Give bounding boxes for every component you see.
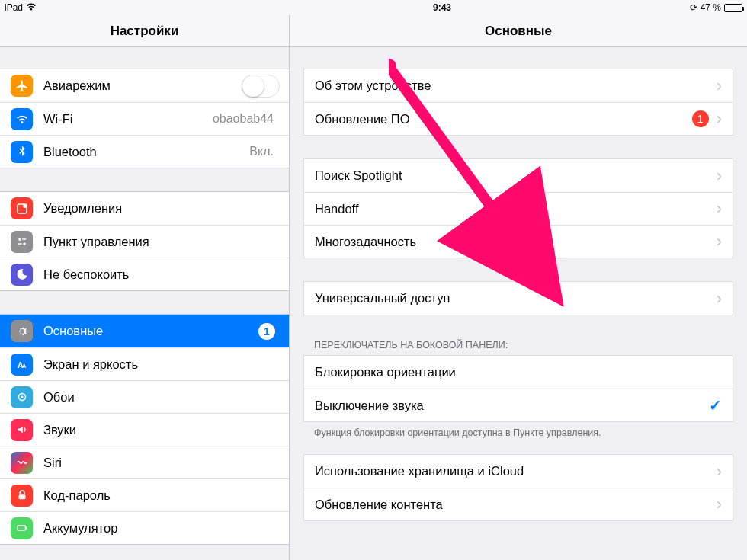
svg-point-2 [18,238,21,241]
battery-icon [11,517,33,539]
wifi-icon [26,2,37,13]
orientation-lock-icon: ⟳ [690,2,697,13]
svg-point-1 [23,203,27,207]
chevron-right-icon: › [717,166,722,186]
side-switch-header: ПЕРЕКЛЮЧАТЕЛЬ НА БОКОВОЙ ПАНЕЛИ: [303,335,733,355]
wifi-icon [11,108,33,130]
sidebar-item-dnd[interactable]: Не беспокоить [0,258,289,290]
side-switch-footer: Функция блокировки ориентации доступна в… [303,422,733,443]
sidebar-item-control-center[interactable]: Пункт управления [0,225,289,258]
chevron-right-icon: › [717,109,722,129]
chevron-right-icon: › [717,232,722,251]
clock: 9:43 [294,2,590,13]
chevron-right-icon: › [717,76,722,96]
row-accessibility[interactable]: Универсальный доступ › [304,282,733,315]
sidebar-item-sounds[interactable]: Звуки [0,413,289,446]
sidebar-item-siri[interactable]: Siri [0,446,289,478]
sidebar-item-general[interactable]: Основные 1 [0,315,289,347]
sidebar-title: Настройки [111,24,179,39]
settings-sidebar[interactable]: Авиарежим Wi-Fi obaobab44 Bluetooth Вкл.… [0,47,290,560]
row-software-update[interactable]: Обновление ПО 1 › [304,102,733,135]
sounds-icon [11,419,33,441]
row-background-refresh[interactable]: Обновление контента › [304,488,733,520]
svg-point-4 [23,242,26,245]
sidebar-item-notifications[interactable]: Уведомления [0,192,289,225]
svg-rect-10 [18,494,25,499]
bluetooth-icon [11,141,33,163]
bluetooth-value: Вкл. [249,145,274,158]
general-badge: 1 [258,323,275,340]
moon-icon [11,264,33,286]
siri-icon [11,452,33,474]
lock-icon [11,485,33,507]
battery-percent: 47 % [701,2,721,13]
sidebar-item-wallpaper[interactable]: Обои [0,380,289,413]
svg-rect-5 [18,243,21,245]
sidebar-group-connectivity: Авиарежим Wi-Fi obaobab44 Bluetooth Вкл. [0,69,289,168]
svg-rect-11 [18,526,26,530]
battery-icon [724,4,742,12]
row-lock-rotation[interactable]: Блокировка ориентации [304,356,733,389]
chevron-right-icon: › [717,199,722,219]
chevron-right-icon: › [717,494,722,514]
notifications-icon [11,197,33,219]
sidebar-item-battery[interactable]: Аккумулятор [0,511,289,544]
sidebar-item-airplane[interactable]: Авиарежим [0,69,289,102]
row-mute[interactable]: Выключение звука ✓ [304,389,733,421]
row-spotlight[interactable]: Поиск Spotlight › [304,159,733,192]
sidebar-group-general: Основные 1 AA Экран и яркость Обои Звуки… [0,314,289,545]
sidebar-item-wifi[interactable]: Wi-Fi obaobab44 [0,102,289,135]
detail-title: Основные [485,24,552,39]
sidebar-item-passcode[interactable]: Код-пароль [0,478,289,511]
update-badge: 1 [692,110,709,127]
display-icon: AA [11,354,33,376]
general-detail-panel[interactable]: Об этом устройстве › Обновление ПО 1 › П… [290,47,747,560]
row-handoff[interactable]: Handoff › [304,192,733,225]
sidebar-item-bluetooth[interactable]: Bluetooth Вкл. [0,135,289,168]
wifi-value: obaobab44 [213,112,274,126]
header-bar: Настройки Основные [0,15,747,47]
wallpaper-icon [11,386,33,408]
gear-icon [11,320,33,342]
control-center-icon [11,231,33,253]
row-storage-icloud[interactable]: Использование хранилища и iCloud › [304,455,733,488]
svg-rect-3 [22,238,26,240]
airplane-toggle[interactable] [242,75,280,98]
row-about[interactable]: Об этом устройстве › [304,69,733,102]
sidebar-group-notifications: Уведомления Пункт управления Не беспокои… [0,191,289,291]
row-multitasking[interactable]: Многозадачность › [304,225,733,258]
check-icon: ✓ [709,396,722,414]
svg-rect-12 [26,527,27,530]
svg-point-9 [21,396,23,398]
status-bar: iPad 9:43 ⟳ 47 % [0,0,747,15]
svg-text:A: A [22,363,27,370]
chevron-right-icon: › [717,289,722,309]
chevron-right-icon: › [717,462,722,482]
sidebar-item-display[interactable]: AA Экран и яркость [0,347,289,380]
device-label: iPad [5,2,23,13]
airplane-icon [11,75,33,97]
